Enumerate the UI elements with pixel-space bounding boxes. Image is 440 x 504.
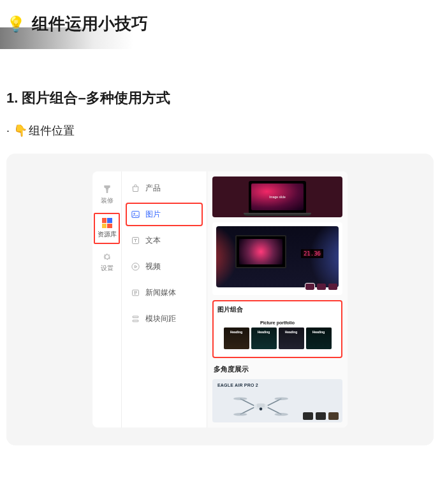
drone-product-title: EAGLE AIR PRO 2 (217, 383, 337, 387)
laptop-screen-text: Image slide (269, 195, 286, 199)
portfolio-card: Heading (224, 328, 249, 349)
cmenu-label: 产品 (145, 183, 161, 194)
spacing-icon (131, 314, 140, 324)
portfolio-card: Heading (306, 328, 332, 349)
cmenu-item-video[interactable]: 视频 (126, 255, 203, 278)
portfolio-heading: Picture portfolio (260, 320, 295, 325)
laptop-screen: Image slide (251, 184, 304, 210)
drone-thumb[interactable] (303, 412, 313, 420)
vnav-item-resources[interactable]: 资源库 (92, 212, 121, 245)
thumbnail[interactable] (305, 284, 314, 290)
drone-thumb[interactable] (328, 412, 339, 420)
vnav-item-decorate[interactable]: 装修 (92, 178, 121, 212)
drone-thumb[interactable] (316, 412, 326, 420)
bulb-icon: 💡 (6, 15, 26, 33)
cmenu-item-text[interactable]: 文本 (126, 229, 203, 252)
bullet-component-location: · 👇 组件位置 (6, 123, 434, 138)
svg-point-17 (274, 413, 288, 416)
svg-point-18 (260, 408, 263, 411)
page-title: 💡 组件运用小技巧 (6, 13, 148, 35)
page-title-wrap: 💡 组件运用小技巧 (6, 13, 148, 35)
svg-rect-7 (133, 320, 138, 322)
portfolio-block-title: 图片组合 (216, 304, 339, 317)
portfolio-card-label: Heading (285, 330, 298, 334)
vnav-label: 资源库 (98, 230, 117, 239)
screenshot-container: 装修 资源库 设置 产品 图片 文本 (6, 154, 434, 445)
portfolio-card-label: Heading (312, 330, 325, 334)
cmenu-label: 图片 (145, 209, 161, 220)
laptop-graphic: Image slide (249, 181, 306, 213)
cmenu-item-product[interactable]: 产品 (126, 176, 203, 200)
brush-icon (102, 184, 112, 194)
portfolio-row: Heading Heading Heading Heading (219, 328, 336, 349)
gear-icon (102, 252, 112, 262)
svg-point-4 (132, 263, 139, 270)
vertical-nav: 装修 资源库 设置 (92, 171, 122, 428)
svg-rect-1 (132, 212, 139, 218)
cmenu-item-news[interactable]: 新闻媒体 (126, 281, 203, 305)
vnav-item-settings[interactable]: 设置 (92, 245, 121, 279)
desk-monitor (235, 235, 286, 268)
svg-rect-9 (257, 403, 265, 407)
desk-graphic: 21.36 (216, 226, 339, 287)
multiangle-title: 多角度展示 (212, 363, 342, 374)
portfolio-card-label: Heading (230, 330, 243, 334)
cmenu-label: 模块间距 (145, 313, 176, 324)
text-icon (131, 236, 140, 245)
vnav-label: 设置 (101, 264, 114, 273)
drone-graphic (229, 392, 293, 421)
screenshot: 装修 资源库 设置 产品 图片 文本 (92, 171, 348, 428)
preview-card-laptop: Image slide (212, 176, 342, 217)
drone-thumbs (303, 412, 339, 420)
portfolio-inner: Picture portfolio Heading Heading Headin… (216, 317, 339, 353)
preview-column: Image slide 21.36 图片组合 (207, 171, 348, 428)
resources-icon (102, 218, 112, 228)
svg-point-16 (233, 413, 247, 416)
thumbnail[interactable] (328, 284, 337, 290)
component-menu: 产品 图片 文本 视频 新闻媒体 模块间距 (122, 171, 207, 428)
vnav-label: 装修 (101, 196, 114, 205)
portfolio-card-label: Heading (258, 330, 270, 334)
preview-card-desk: 21.36 (212, 222, 342, 295)
cmenu-label: 视频 (145, 261, 161, 272)
svg-point-15 (274, 397, 288, 400)
video-icon (131, 262, 140, 271)
preview-card-drone: EAGLE AIR PRO 2 (212, 379, 342, 422)
desk-clock: 21.36 (301, 249, 323, 258)
preview-card-portfolio: 图片组合 Picture portfolio Heading Heading H… (212, 300, 342, 358)
cmenu-item-spacing[interactable]: 模块间距 (126, 307, 203, 331)
bullet-text: 组件位置 (29, 123, 75, 138)
page-title-text: 组件运用小技巧 (32, 13, 148, 35)
news-icon (131, 288, 140, 298)
bullet-dot: · (6, 124, 10, 138)
bag-icon (131, 184, 140, 193)
image-icon (131, 210, 140, 219)
portfolio-card: Heading (251, 328, 277, 349)
svg-point-2 (134, 213, 135, 214)
svg-point-14 (233, 397, 247, 400)
cmenu-item-image[interactable]: 图片 (126, 203, 203, 226)
svg-rect-6 (133, 316, 138, 318)
thumbnail-row (305, 284, 337, 290)
thumbnail[interactable] (317, 284, 326, 290)
cmenu-label: 新闻媒体 (145, 287, 176, 298)
point-down-icon: 👇 (13, 124, 27, 138)
cmenu-label: 文本 (145, 235, 161, 246)
section-heading: 1. 图片组合–多种使用方式 (6, 89, 434, 108)
portfolio-card: Heading (279, 328, 304, 349)
svg-rect-0 (106, 190, 108, 193)
